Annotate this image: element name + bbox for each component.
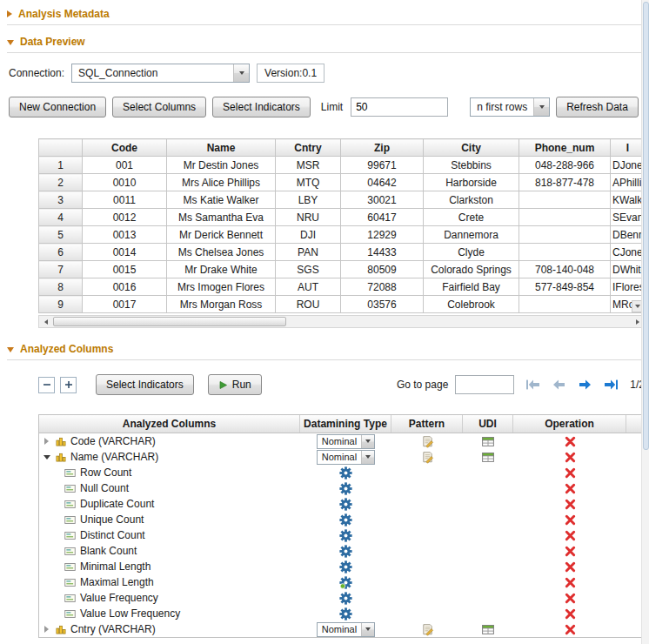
delete-icon[interactable]: [565, 467, 576, 479]
gear-icon[interactable]: [339, 576, 352, 589]
table-cell: 0011: [83, 191, 167, 209]
table-row[interactable]: 20010Mrs Alice PhillipsMTQ04642Harborsid…: [39, 174, 646, 191]
table-cell: PAN: [276, 244, 341, 261]
table-row[interactable]: 70015Mr Drake WhiteSGS80509Colorado Spri…: [39, 261, 646, 278]
indicator-row[interactable]: Unique Count: [39, 512, 644, 527]
expand-row-icon[interactable]: [43, 438, 51, 446]
section-data-preview[interactable]: Data Preview: [7, 33, 649, 50]
datamining-cell: [300, 543, 391, 559]
analyzed-column-label: Cntry (VARCHAR): [70, 623, 156, 635]
table-cell: Mr Destin Jones: [167, 157, 276, 174]
indicator-icon: [64, 579, 76, 587]
table-row[interactable]: 80016Mrs Imogen FloresAUT72088Fairfield …: [39, 278, 646, 296]
delete-icon[interactable]: [565, 483, 576, 494]
collapse-all-button[interactable]: [38, 377, 55, 393]
indicator-row[interactable]: Value Low Frequency: [39, 606, 644, 621]
pattern-icon[interactable]: [421, 623, 434, 636]
datamining-type-select[interactable]: Nominal: [317, 434, 375, 449]
udi-cell: [463, 433, 513, 449]
gear-icon[interactable]: [339, 466, 352, 480]
expand-row-icon[interactable]: [43, 626, 51, 634]
goto-page-input[interactable]: [455, 375, 514, 394]
indicator-row[interactable]: Blank Count: [39, 543, 644, 559]
delete-icon[interactable]: [565, 530, 576, 541]
gear-icon[interactable]: [339, 529, 352, 542]
connection-select[interactable]: SQL_Connection: [71, 64, 250, 83]
run-button-2[interactable]: Run: [208, 374, 262, 395]
table-cell: 0012: [83, 209, 167, 226]
analyzed-column-row[interactable]: Cntry (VARCHAR)Nominal: [39, 621, 644, 637]
table-row[interactable]: 50013Mr Derick BennettDJI12929DannemoraD…: [39, 226, 646, 244]
last-page-button[interactable]: [604, 379, 619, 391]
delete-icon[interactable]: [565, 546, 576, 557]
delete-icon[interactable]: [565, 436, 576, 447]
pattern-icon[interactable]: [421, 451, 434, 464]
table-cell: CJones: [611, 244, 646, 261]
gear-icon[interactable]: [339, 513, 352, 527]
datamining-type-select[interactable]: Nominal: [317, 622, 375, 637]
table-row[interactable]: 1001Mr Destin JonesMSR99671Stebbins048-2…: [39, 157, 646, 174]
first-page-button[interactable]: [525, 379, 540, 391]
analyzed-columns-body: Code (VARCHAR)NominalName (VARCHAR)Nomin…: [39, 433, 644, 637]
preview-toolbar: New Connection Select Columns Select Ind…: [9, 97, 649, 117]
analyzed-column-row[interactable]: Name (VARCHAR)Nominal: [39, 449, 644, 465]
indicator-row[interactable]: Row Count: [39, 465, 644, 480]
scroll-left-button[interactable]: [39, 316, 52, 327]
delete-icon[interactable]: [565, 452, 576, 463]
indicator-row[interactable]: Value Frequency: [39, 590, 644, 606]
next-page-button[interactable]: [578, 379, 592, 391]
gear-icon[interactable]: [339, 545, 352, 558]
datamining-type-value: Nominal: [318, 451, 361, 464]
gear-icon[interactable]: [339, 482, 352, 495]
delete-icon[interactable]: [565, 593, 576, 604]
delete-icon[interactable]: [565, 514, 576, 526]
vertical-scrollbar[interactable]: [641, 0, 649, 644]
indicator-row[interactable]: Duplicate Count: [39, 496, 644, 512]
row-name-cell: Minimal Length: [39, 560, 300, 573]
table-row[interactable]: 60014Ms Chelsea JonesPAN14433ClydeCJones: [39, 244, 646, 261]
analyzed-column-row[interactable]: Code (VARCHAR)Nominal: [39, 433, 644, 449]
select-indicators-button-2[interactable]: Select Indicators: [96, 374, 194, 395]
table-cell: 60417: [341, 209, 424, 226]
gear-icon[interactable]: [339, 607, 352, 621]
gear-icon[interactable]: [339, 592, 352, 605]
table-row[interactable]: 90017Mrs Morgan RossROU03576ColebrookMRo…: [39, 296, 646, 313]
indicator-label: Minimal Length: [80, 560, 151, 573]
delete-icon[interactable]: [565, 624, 576, 635]
select-indicators-button[interactable]: Select Indicators: [212, 97, 311, 117]
delete-icon[interactable]: [565, 608, 576, 620]
indicator-row[interactable]: Minimal Length: [39, 559, 644, 574]
rows-mode-select[interactable]: n first rows: [470, 97, 550, 117]
collapse-row-icon[interactable]: [43, 453, 51, 461]
delete-icon[interactable]: [565, 577, 576, 588]
delete-icon[interactable]: [565, 561, 576, 573]
section-analysis-metadata[interactable]: Analysis Metadata: [7, 5, 649, 23]
udi-icon[interactable]: [482, 453, 494, 462]
prev-page-button[interactable]: [552, 379, 566, 391]
expand-all-button[interactable]: [60, 377, 77, 393]
select-columns-button[interactable]: Select Columns: [112, 97, 206, 117]
udi-icon[interactable]: [482, 437, 494, 446]
gear-icon[interactable]: [339, 560, 352, 574]
limit-input[interactable]: [351, 97, 448, 117]
pattern-icon[interactable]: [421, 435, 434, 448]
column-header: Analyzed Columns: [39, 415, 300, 433]
table-row[interactable]: 30011Ms Katie WalkerLBY30021ClarkstonKWa…: [39, 191, 646, 209]
section-analyzed-columns[interactable]: Analyzed Columns: [7, 340, 649, 358]
scrollbar-thumb[interactable]: [53, 317, 286, 326]
scrollbar-thumb[interactable]: [643, 2, 649, 450]
datamining-type-select[interactable]: Nominal: [317, 450, 375, 465]
indicator-row[interactable]: Null Count: [39, 480, 644, 496]
row-name-cell: Unique Count: [39, 513, 300, 526]
indicator-row[interactable]: Distinct Count: [39, 527, 644, 543]
new-connection-button[interactable]: New Connection: [9, 97, 106, 117]
table-cell: 818-877-478: [519, 174, 611, 191]
indicator-row[interactable]: Maximal Length: [39, 574, 644, 590]
udi-icon[interactable]: [482, 625, 494, 634]
delete-icon[interactable]: [565, 499, 576, 510]
table-row[interactable]: 40012Ms Samantha EvaNRU60417CreteSEvans: [39, 209, 646, 226]
horizontal-scrollbar[interactable]: [38, 315, 645, 328]
refresh-data-button[interactable]: Refresh Data: [556, 97, 639, 117]
row-name-cell: Maximal Length: [39, 576, 300, 588]
gear-icon[interactable]: [339, 498, 352, 511]
